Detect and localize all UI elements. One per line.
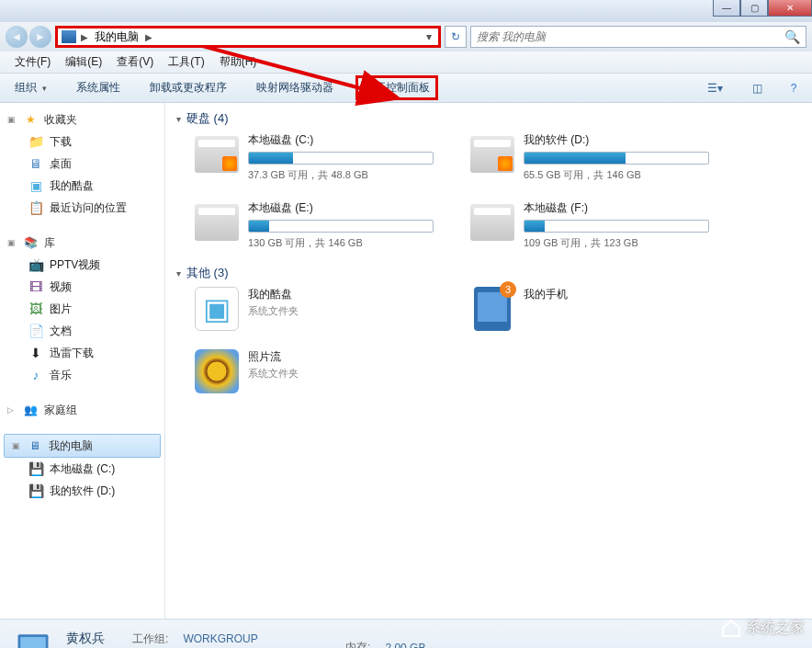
refresh-icon: ↻ [451, 30, 460, 43]
collapse-icon: ▾ [176, 114, 181, 124]
other-name: 照片流 [248, 349, 299, 365]
drive-space: 109 GB 可用，共 123 GB [524, 236, 709, 250]
drive-item[interactable]: 本地磁盘 (E:) 130 GB 可用，共 146 GB [195, 200, 434, 250]
others-section-header[interactable]: ▾ 其他 (3) [176, 265, 801, 281]
computer-icon [62, 30, 76, 43]
sidebar-item-desktop[interactable]: 🖥桌面 [0, 153, 164, 175]
mem-value: 2.00 GB [385, 642, 425, 649]
breadcrumb[interactable]: ▶ 我的电脑 ▶ ▾ [55, 26, 441, 48]
other-item[interactable]: 照片流 系统文件夹 [195, 349, 434, 393]
workgroup-value: WORKGROUP [183, 632, 301, 645]
drive-bar [248, 152, 434, 165]
drive-name: 本地磁盘 (C:) [248, 132, 434, 148]
expand-icon: ▷ [7, 405, 17, 415]
map-drive-button[interactable]: 映射网络驱动器 [249, 76, 341, 99]
sidebar-item-documents[interactable]: 📄文档 [0, 320, 164, 342]
drive-icon [195, 136, 239, 173]
sidebar-item-recent[interactable]: 📋最近访问的位置 [0, 197, 164, 219]
sidebar-libraries-header[interactable]: ▣ 📚 库 [0, 232, 164, 254]
sidebar-item-xunlei[interactable]: ⬇迅雷下载 [0, 342, 164, 364]
content-area: ▾ 硬盘 (4) 本地磁盘 (C:) 37.3 GB 可用，共 48.8 GB … [165, 103, 812, 619]
computer-large-icon [11, 626, 55, 649]
forward-button[interactable]: ► [29, 26, 51, 48]
details-pane: 黄权兵 工作组: WORKGROUP 黄权兵003 处理器: Intel(R) … [0, 619, 812, 648]
menubar: 文件(F) 编辑(E) 查看(V) 工具(T) 帮助(H) [0, 51, 812, 74]
breadcrumb-text[interactable]: 我的电脑 [91, 29, 142, 45]
other-desc: 系统文件夹 [248, 367, 299, 381]
drive-icon: 💾 [28, 483, 44, 499]
other-item[interactable]: ▣ 我的酷盘 系统文件夹 [195, 287, 434, 331]
mem-label: 内存: [345, 640, 370, 648]
drive-name: 本地磁盘 (E:) [248, 200, 434, 216]
close-button[interactable]: ✕ [768, 0, 812, 17]
sidebar-item-music[interactable]: ♪音乐 [0, 364, 164, 386]
toolbar: 组织 系统属性 卸载或更改程序 映射网络驱动器 打开控制面板 ☰ ▾ ◫ ? [0, 74, 812, 103]
sidebar-favorites-header[interactable]: ▣ ★ 收藏夹 [0, 108, 164, 131]
sidebar-computer-label: 我的电脑 [49, 438, 93, 454]
system-properties-button[interactable]: 系统属性 [69, 76, 128, 99]
sidebar-item-pptv[interactable]: 📺PPTV视频 [0, 254, 164, 276]
menu-file[interactable]: 文件(F) [7, 51, 58, 73]
sidebar-item-videos[interactable]: 🎞视频 [0, 276, 164, 298]
sidebar-libraries-label: 库 [44, 235, 55, 251]
drive-space: 130 GB 可用，共 146 GB [248, 236, 434, 250]
menu-tools[interactable]: 工具(T) [161, 51, 211, 73]
control-panel-button[interactable]: 打开控制面板 [355, 75, 438, 100]
back-button[interactable]: ◄ [6, 26, 28, 48]
breadcrumb-dropdown-icon[interactable]: ▾ [422, 30, 436, 43]
library-icon: 📚 [22, 234, 39, 251]
drive-space: 65.5 GB 可用，共 146 GB [524, 168, 709, 182]
drive-item[interactable]: 本地磁盘 (C:) 37.3 GB 可用，共 48.8 GB [195, 132, 434, 182]
collapse-icon: ▾ [176, 268, 181, 279]
help-button[interactable]: ? [783, 77, 805, 99]
drive-item[interactable]: 本地磁盘 (F:) 109 GB 可用，共 123 GB [470, 200, 709, 250]
menu-help[interactable]: 帮助(H) [212, 51, 265, 73]
other-desc: 系统文件夹 [248, 304, 299, 318]
search-box[interactable]: 🔍 [470, 26, 806, 48]
preview-pane-button[interactable]: ◫ [746, 77, 768, 99]
help-icon: ? [791, 82, 797, 95]
uninstall-button[interactable]: 卸载或更改程序 [142, 76, 234, 99]
sidebar-item-drive-d[interactable]: 💾我的软件 (D:) [0, 480, 164, 502]
view-icon: ☰ [707, 82, 717, 95]
sidebar-favorites-label: 收藏夹 [44, 112, 77, 128]
drive-space: 37.3 GB 可用，共 48.8 GB [248, 168, 434, 182]
collapse-icon: ▣ [7, 238, 17, 247]
menu-edit[interactable]: 编辑(E) [58, 51, 109, 73]
video-icon: 📺 [28, 256, 44, 273]
video-icon: 🎞 [28, 279, 44, 295]
breadcrumb-arrow-icon[interactable]: ▶ [78, 32, 91, 42]
menu-view[interactable]: 查看(V) [109, 51, 161, 73]
drive-name: 本地磁盘 (F:) [524, 200, 709, 216]
search-icon[interactable]: 🔍 [784, 29, 800, 44]
folder-icon: 📁 [28, 133, 44, 150]
music-icon: ♪ [28, 367, 44, 383]
drive-icon: 💾 [28, 460, 44, 477]
maximize-button[interactable]: ▢ [740, 0, 768, 17]
refresh-button[interactable]: ↻ [445, 26, 467, 48]
breadcrumb-arrow-icon[interactable]: ▶ [142, 32, 155, 42]
view-mode-button[interactable]: ☰ ▾ [698, 77, 731, 99]
sidebar-computer-header[interactable]: ▣ 🖥 我的电脑 [4, 434, 161, 458]
drive-item[interactable]: 我的软件 (D:) 65.5 GB 可用，共 146 GB [470, 132, 709, 182]
sidebar-homegroup-header[interactable]: ▷ 👥 家庭组 [0, 399, 164, 421]
picture-icon: 🖼 [28, 301, 44, 317]
kupan-icon: ▣ [195, 287, 239, 331]
computer-icon: 🖥 [27, 438, 43, 454]
kupan-icon: ▣ [28, 177, 44, 194]
drive-bar [524, 220, 709, 233]
sidebar-item-kupan[interactable]: ▣我的酷盘 [0, 175, 164, 197]
sidebar-item-downloads[interactable]: 📁下载 [0, 131, 164, 153]
organize-button[interactable]: 组织 [7, 76, 54, 99]
window-controls: — ▢ ✕ [713, 0, 812, 17]
svg-rect-1 [20, 637, 46, 648]
other-item[interactable]: 3 我的手机 [470, 287, 709, 331]
sidebar-item-drive-c[interactable]: 💾本地磁盘 (C:) [0, 458, 164, 480]
document-icon: 📄 [28, 323, 44, 339]
drives-section-header[interactable]: ▾ 硬盘 (4) [176, 110, 801, 127]
sidebar-item-pictures[interactable]: 🖼图片 [0, 298, 164, 320]
minimize-button[interactable]: — [713, 0, 740, 17]
search-input[interactable] [477, 30, 784, 43]
homegroup-icon: 👥 [22, 402, 39, 418]
sunflower-icon [195, 349, 239, 393]
